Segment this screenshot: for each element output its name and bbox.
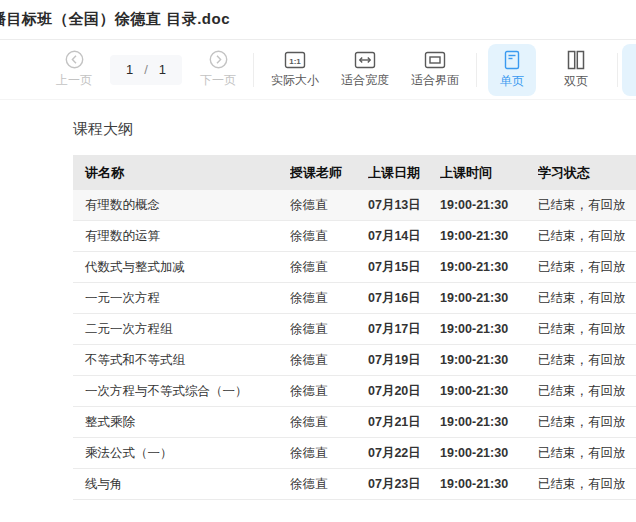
horizontal-arrows-box-icon: [354, 51, 376, 69]
table-row: 有理数的概念徐德直07月13日19:00-21:30已结束，有回放: [73, 190, 636, 221]
column-header: 讲名称: [73, 164, 290, 182]
prev-page-label: 上一页: [56, 72, 92, 89]
table-cell: 二元一次方程组: [73, 321, 290, 338]
table-cell: 07月21日: [368, 414, 440, 431]
table-cell: 已结束，有回放: [538, 290, 636, 307]
table-cell: 徐德直: [290, 383, 368, 400]
section-title: 课程大纲: [73, 120, 636, 139]
table-cell: 徐德直: [290, 476, 368, 493]
column-header: 学习状态: [538, 164, 636, 182]
table-cell: 已结束，有回放: [538, 259, 636, 276]
table-cell: 线与角: [73, 476, 290, 493]
double-page-icon: [565, 50, 587, 70]
table-cell: 07月13日: [368, 197, 440, 214]
table-cell: 徐德直: [290, 414, 368, 431]
table-row: 二元一次方程组徐德直07月17日19:00-21:30已结束，有回放: [73, 314, 636, 345]
one-to-one-icon: 1:1: [284, 51, 306, 69]
column-header: 上课日期: [368, 164, 440, 182]
actual-size-button[interactable]: 1:1 实际大小: [265, 44, 325, 96]
scroll-mode-button-partial[interactable]: [622, 44, 636, 96]
table-cell: 07月20日: [368, 383, 440, 400]
table-cell: 不等式和不等式组: [73, 352, 290, 369]
table-cell: 一次方程与不等式综合（一）: [73, 383, 290, 400]
table-cell: 整式乘除: [73, 414, 290, 431]
table-row: 代数式与整式加减徐德直07月15日19:00-21:30已结束，有回放: [73, 252, 636, 283]
table-cell: 徐德直: [290, 321, 368, 338]
single-page-button[interactable]: 单页: [488, 44, 536, 96]
toolbar-divider: [476, 53, 477, 87]
monitor-box-icon: [424, 51, 446, 69]
table-cell: 已结束，有回放: [538, 321, 636, 338]
table-header-row: 讲名称授课老师上课日期上课时间学习状态: [73, 155, 636, 190]
table-cell: 徐德直: [290, 445, 368, 462]
table-cell: 一元一次方程: [73, 290, 290, 307]
double-page-label: 双页: [564, 73, 588, 90]
table-cell: 有理数的运算: [73, 228, 290, 245]
table-cell: 19:00-21:30: [440, 260, 538, 274]
fit-width-button[interactable]: 适合宽度: [335, 44, 395, 96]
table-row: 乘法公式（一）徐德直07月22日19:00-21:30已结束，有回放: [73, 438, 636, 469]
page-indicator[interactable]: 1 / 1: [110, 55, 182, 85]
single-page-label: 单页: [500, 73, 524, 90]
table-cell: 19:00-21:30: [440, 477, 538, 491]
table-body: 有理数的概念徐德直07月13日19:00-21:30已结束，有回放有理数的运算徐…: [73, 190, 636, 500]
prev-page-button[interactable]: 上一页: [50, 44, 98, 96]
document-viewer: 课程大纲 讲名称授课老师上课日期上课时间学习状态 有理数的概念徐德直07月13日…: [0, 100, 636, 500]
table-cell: 19:00-21:30: [440, 446, 538, 460]
table-row: 有理数的运算徐德直07月14日19:00-21:30已结束，有回放: [73, 221, 636, 252]
toolbar: 上一页 1 / 1 下一页 1:1 实际大小: [0, 40, 636, 100]
table-cell: 代数式与整式加减: [73, 259, 290, 276]
table-row: 一元一次方程徐德直07月16日19:00-21:30已结束，有回放: [73, 283, 636, 314]
fit-screen-label: 适合界面: [411, 72, 459, 89]
column-header: 授课老师: [290, 164, 368, 182]
column-header: 上课时间: [440, 164, 538, 182]
table-cell: 07月22日: [368, 445, 440, 462]
page-current: 1: [126, 62, 133, 77]
table-cell: 已结束，有回放: [538, 383, 636, 400]
double-page-button[interactable]: 双页: [546, 44, 606, 96]
table-cell: 有理数的概念: [73, 197, 290, 214]
table-cell: 07月16日: [368, 290, 440, 307]
table-cell: 19:00-21:30: [440, 291, 538, 305]
chevron-right-circle-icon: [209, 50, 228, 69]
table-cell: 徐德直: [290, 197, 368, 214]
toolbar-divider: [253, 53, 254, 87]
table-cell: 已结束，有回放: [538, 476, 636, 493]
next-page-label: 下一页: [200, 72, 236, 89]
single-page-icon: [504, 50, 520, 70]
table-cell: 19:00-21:30: [440, 384, 538, 398]
course-table: 讲名称授课老师上课日期上课时间学习状态 有理数的概念徐德直07月13日19:00…: [73, 155, 636, 500]
table-cell: 已结束，有回放: [538, 445, 636, 462]
table-cell: 乘法公式（一）: [73, 445, 290, 462]
table-cell: 已结束，有回放: [538, 197, 636, 214]
table-cell: 19:00-21:30: [440, 322, 538, 336]
table-cell: 19:00-21:30: [440, 415, 538, 429]
table-cell: 07月15日: [368, 259, 440, 276]
fit-screen-button[interactable]: 适合界面: [405, 44, 465, 96]
toolbar-divider: [617, 53, 618, 87]
table-row: 一次方程与不等式综合（一）徐德直07月20日19:00-21:30已结束，有回放: [73, 376, 636, 407]
table-cell: 19:00-21:30: [440, 353, 538, 367]
chevron-left-circle-icon: [65, 50, 84, 69]
next-page-button[interactable]: 下一页: [194, 44, 242, 96]
table-cell: 已结束，有回放: [538, 228, 636, 245]
page-total: 1: [159, 62, 166, 77]
table-cell: 徐德直: [290, 228, 368, 245]
table-cell: 19:00-21:30: [440, 229, 538, 243]
table-cell: 19:00-21:30: [440, 198, 538, 212]
table-row: 整式乘除徐德直07月21日19:00-21:30已结束，有回放: [73, 407, 636, 438]
actual-size-label: 实际大小: [271, 72, 319, 89]
table-cell: 07月19日: [368, 352, 440, 369]
table-cell: 已结束，有回放: [538, 414, 636, 431]
table-row: 线与角徐德直07月23日19:00-21:30已结束，有回放: [73, 469, 636, 500]
table-cell: 07月23日: [368, 476, 440, 493]
table-cell: 徐德直: [290, 259, 368, 276]
svg-text:1:1: 1:1: [289, 56, 301, 65]
table-cell: 已结束，有回放: [538, 352, 636, 369]
table-cell: 徐德直: [290, 290, 368, 307]
fit-width-label: 适合宽度: [341, 72, 389, 89]
table-cell: 07月17日: [368, 321, 440, 338]
page-separator: /: [144, 62, 148, 77]
title-bar: 播目标班（全国）徐德直 目录.doc: [0, 0, 636, 40]
table-cell: 07月14日: [368, 228, 440, 245]
